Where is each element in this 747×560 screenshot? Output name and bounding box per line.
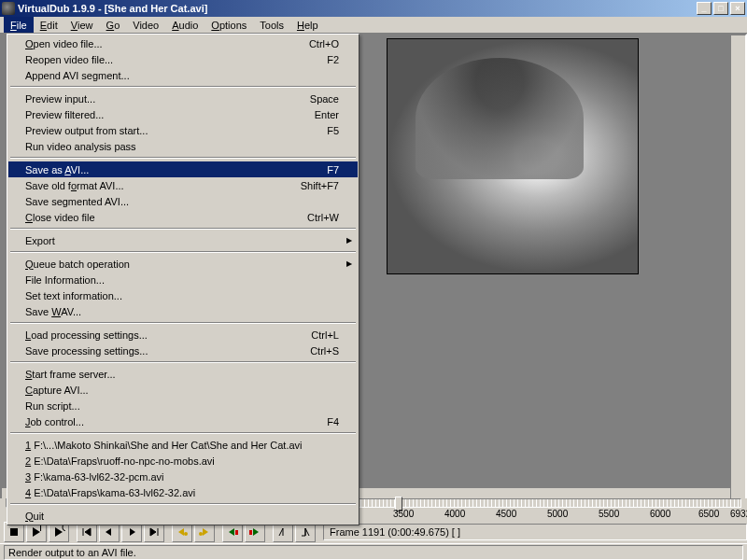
menu-video[interactable]: Video (126, 17, 165, 33)
minimize-button[interactable]: _ (697, 2, 712, 15)
menu-item[interactable]: 3 F:\kama-63-lvl62-32-pcm.avi (8, 469, 358, 484)
menu-item-label: 3 F:\kama-63-lvl62-32-pcm.avi (25, 471, 339, 483)
scene-prev-icon (226, 525, 239, 539)
svg-rect-5 (235, 530, 238, 535)
svg-rect-6 (249, 530, 252, 535)
menu-item[interactable]: Queue batch operation▶ (8, 256, 358, 272)
close-button[interactable]: × (730, 2, 745, 15)
menu-item-label: Reopen video file... (25, 54, 312, 65)
step-forward-icon (125, 525, 138, 539)
menu-item[interactable]: Preview output from start...F5 (8, 122, 358, 138)
menu-item[interactable]: Save segmented AVI... (8, 193, 358, 209)
menu-options[interactable]: Options (204, 17, 253, 33)
title-text: VirtualDub 1.9.9 - [She and Her Cat.avi] (18, 3, 697, 14)
menu-separator (10, 432, 356, 434)
menu-shortcut: Enter (315, 109, 339, 120)
menu-item-label: Preview input... (25, 93, 295, 105)
menu-shortcut: F2 (327, 54, 339, 65)
menu-item-label: 4 E:\Data\Fraps\kama-63-lvl62-32.avi (25, 487, 339, 498)
menu-item-label: Run video analysis pass (25, 141, 339, 152)
file-menu-dropdown: Open video file...Ctrl+OReopen video fil… (7, 34, 359, 525)
menu-item[interactable]: Load processing settings...Ctrl+L (8, 327, 358, 343)
timeline-tick: 5500 (599, 509, 619, 519)
menu-item[interactable]: Set text information... (8, 287, 358, 303)
menu-shortcut: F4 (327, 416, 339, 427)
menu-item[interactable]: 4 E:\Data\Fraps\kama-63-lvl62-32.avi (8, 484, 358, 500)
submenu-arrow-icon: ▶ (346, 236, 352, 245)
goto-start-icon (80, 525, 93, 539)
vertical-scrollbar[interactable] (730, 35, 745, 502)
menu-item[interactable]: Preview filtered...Enter (8, 106, 358, 122)
titlebar: VirtualDub 1.9.9 - [She and Her Cat.avi]… (0, 0, 747, 17)
menu-separator (10, 503, 356, 505)
timeline-tick: 5000 (547, 509, 568, 519)
menu-item-label: Job control... (25, 416, 312, 427)
menu-item[interactable]: Run video analysis pass (8, 138, 358, 154)
window-controls: _ □ × (697, 2, 745, 15)
menu-tools[interactable]: Tools (253, 17, 290, 33)
menu-item-label: Open video file... (25, 38, 294, 49)
menu-item[interactable]: Append AVI segment... (8, 67, 358, 83)
menu-shortcut: F5 (327, 125, 339, 136)
frame-display: Frame 1191 (0:00:49.675) [ ] (323, 524, 747, 540)
menu-item-label: Preview output from start... (25, 125, 312, 136)
menu-edit[interactable]: Edit (34, 17, 64, 33)
menu-help[interactable]: Help (290, 17, 325, 33)
maximize-button[interactable]: □ (713, 2, 728, 15)
menu-item-label: Queue batch operation (25, 259, 339, 270)
submenu-arrow-icon: ▶ (346, 259, 352, 268)
menu-shortcut: Shift+F7 (301, 180, 339, 191)
menu-shortcut: Ctrl+O (309, 38, 339, 49)
menu-view[interactable]: View (64, 17, 100, 33)
svg-text:I: I (39, 525, 42, 533)
menu-audio[interactable]: Audio (165, 17, 204, 33)
timeline-tick: 6932 (730, 509, 747, 519)
menu-item-label: Run script... (25, 400, 339, 412)
menu-item[interactable]: Capture AVI... (8, 382, 358, 398)
menu-item-label: Preview filtered... (25, 109, 300, 120)
timeline-tick: 3500 (393, 509, 414, 519)
menu-item[interactable]: Job control...F4 (8, 413, 358, 429)
menu-separator (10, 228, 356, 230)
menu-item[interactable]: File Information... (8, 272, 358, 287)
menu-separator (10, 157, 356, 159)
menu-item-label: Capture AVI... (25, 385, 339, 396)
menu-item-label: Start frame server... (25, 369, 339, 380)
mark-in-icon (276, 525, 289, 539)
menu-separator (10, 322, 356, 324)
menu-item-label: Save processing settings... (25, 345, 295, 357)
stop-icon (7, 525, 21, 539)
svg-point-3 (184, 532, 188, 536)
menubar: FileEditViewGoVideoAudioOptionsToolsHelp (0, 17, 747, 34)
menu-item[interactable]: 2 E:\Data\Fraps\ruoff-no-npc-no-mobs.avi (8, 453, 358, 469)
menu-item[interactable]: Reopen video file...F2 (8, 51, 358, 67)
menu-item-label: Export (25, 235, 339, 246)
menu-item[interactable]: 1 F:\...\Makoto Shinkai\She and Her Cat\… (8, 437, 358, 453)
menu-item[interactable]: Open video file...Ctrl+O (8, 35, 358, 51)
menu-go[interactable]: Go (100, 17, 127, 33)
key-prev-icon (176, 525, 189, 539)
menu-shortcut: Space (310, 93, 339, 105)
menu-item[interactable]: Quit (8, 508, 358, 524)
menu-separator (10, 86, 356, 88)
timeline-tick: 4000 (444, 509, 465, 519)
timeline-tick: 6000 (650, 509, 670, 519)
menu-shortcut: F7 (327, 164, 339, 175)
menu-item-label: Set text information... (25, 290, 339, 301)
menu-separator (10, 251, 356, 253)
menu-item-label: Save old format AVI... (25, 180, 286, 191)
menu-item[interactable]: Start frame server... (8, 366, 358, 382)
menu-item[interactable]: Save WAV... (8, 303, 358, 319)
menu-item-label: Append AVI segment... (25, 70, 339, 81)
menu-item[interactable]: Run script... (8, 398, 358, 413)
menu-item-label: Load processing settings... (25, 329, 296, 341)
menu-item[interactable]: Close video fileCtrl+W (8, 209, 358, 225)
menu-item[interactable]: Save processing settings...Ctrl+S (8, 343, 358, 358)
menu-file[interactable]: File (4, 17, 34, 33)
menu-item[interactable]: Preview input...Space (8, 91, 358, 106)
menu-item[interactable]: Save as AVI...F7 (8, 161, 358, 177)
menu-item-label: Save WAV... (25, 306, 339, 317)
menu-item-label: 1 F:\...\Makoto Shinkai\She and Her Cat\… (25, 440, 339, 451)
menu-item[interactable]: Export▶ (8, 232, 358, 248)
menu-item[interactable]: Save old format AVI...Shift+F7 (8, 177, 358, 193)
